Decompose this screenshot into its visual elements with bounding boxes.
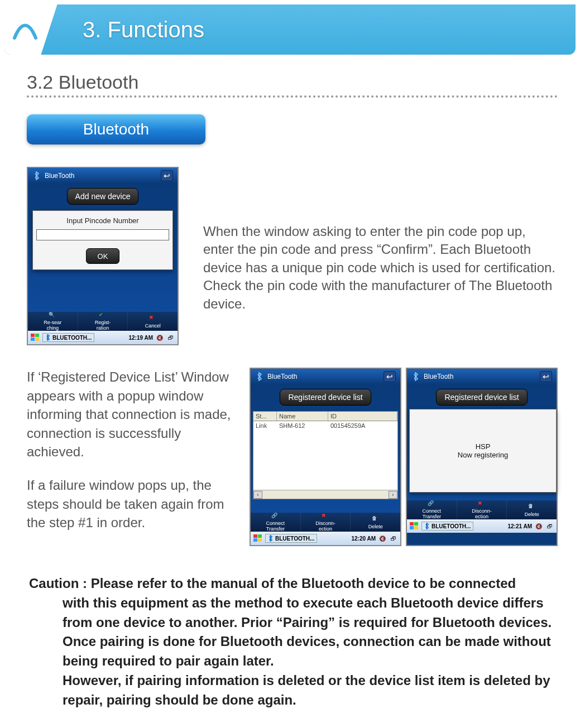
start-icon[interactable]: [253, 534, 263, 543]
svg-rect-9: [414, 522, 418, 525]
tray-icon-1[interactable]: 🔇: [155, 333, 164, 342]
page-header: 3. Functions: [4, 4, 576, 55]
softkey-delete[interactable]: 🗑Delete: [507, 500, 557, 519]
screenshot-pincode: BlueTooth ↩ Add new device Input Pincode…: [27, 167, 179, 345]
window-title: BlueTooth: [267, 373, 297, 380]
svg-rect-7: [258, 538, 262, 542]
svg-rect-6: [253, 538, 257, 542]
bluetooth-badge: Bluetooth: [27, 114, 205, 144]
softkey-register[interactable]: ✔Regist- ration: [78, 312, 128, 331]
softkey-disconnect[interactable]: ✖Disconn- ection: [301, 513, 351, 532]
svg-rect-8: [410, 522, 414, 525]
screenshot-registering: BlueTooth ↩ Registered device list HSP N…: [406, 368, 558, 546]
softkey-disconnect[interactable]: ✖Disconn- ection: [457, 500, 507, 519]
h-scrollbar[interactable]: ‹›: [253, 490, 397, 499]
tray-icon-1[interactable]: 🔇: [534, 522, 543, 531]
taskbar-time: 12:21 AM: [507, 523, 532, 529]
svg-rect-10: [410, 526, 414, 529]
taskbar-time: 12:20 AM: [351, 536, 376, 542]
pincode-popup: Input Pincode Number OK: [32, 210, 173, 270]
pincode-label: Input Pincode Number: [36, 216, 169, 225]
back-button[interactable]: ↩: [161, 170, 173, 181]
softkey-research[interactable]: 🔍Re-sear ching: [28, 312, 78, 331]
taskbar-app[interactable]: BLUETOOTH...: [421, 522, 473, 531]
taskbar-app[interactable]: BLUETOOTH...: [265, 534, 317, 543]
hsp-popup: HSP Now registering: [409, 409, 557, 493]
window-title: BlueTooth: [45, 172, 74, 180]
taskbar-time: 12:19 AM: [128, 335, 153, 341]
caution-paragraph: Caution : Please refer to the manual of …: [27, 574, 558, 710]
bluetooth-icon: [255, 372, 264, 381]
section-title: 3.2 Bluetooth: [27, 71, 558, 93]
bluetooth-icon: [32, 171, 41, 180]
softkey-cancel[interactable]: ✖Cancel: [128, 312, 178, 331]
ok-button[interactable]: OK: [86, 248, 119, 264]
page-title: 3. Functions: [83, 17, 204, 42]
taskbar-app[interactable]: BLUETOOTH...: [42, 333, 94, 342]
registered-list-button[interactable]: Registered device list: [280, 389, 371, 406]
softkey-delete[interactable]: 🗑Delete: [351, 513, 400, 532]
svg-rect-11: [414, 526, 418, 529]
brand-logo: [4, 4, 57, 55]
screenshot-device-list: BlueTooth ↩ Registered device list St...…: [250, 368, 401, 546]
add-new-device-button[interactable]: Add new device: [67, 188, 139, 205]
pincode-input[interactable]: [36, 229, 169, 240]
device-table-header: St... Name ID: [253, 411, 398, 421]
taskbar: BLUETOOTH... 12:19 AM 🔇 🗗: [28, 331, 178, 344]
svg-rect-0: [31, 334, 35, 337]
start-icon[interactable]: [30, 333, 40, 342]
bluetooth-icon: [411, 372, 420, 381]
svg-rect-3: [35, 338, 39, 341]
softkey-connect[interactable]: 🔗Connect Transfer: [407, 500, 457, 519]
tray-icon-2[interactable]: 🗗: [166, 333, 175, 342]
registered-list-button[interactable]: Registered device list: [436, 389, 527, 406]
svg-rect-1: [35, 334, 39, 337]
device-table-body: Link SHM-612 001545259A ‹›: [253, 421, 398, 499]
svg-rect-4: [253, 534, 257, 538]
svg-rect-5: [258, 534, 262, 538]
tray-icon-1[interactable]: 🔇: [378, 534, 387, 543]
divider: [27, 95, 558, 98]
table-row[interactable]: Link SHM-612 001545259A: [253, 421, 397, 430]
paragraph-registered: If ‘Registered Device List’ Window appea…: [27, 368, 232, 532]
svg-rect-2: [31, 338, 35, 341]
start-icon[interactable]: [409, 522, 419, 531]
window-titlebar: BlueTooth ↩: [28, 168, 178, 184]
softkey-connect[interactable]: 🔗Connect Transfer: [251, 513, 301, 532]
back-button[interactable]: ↩: [384, 371, 396, 382]
window-title: BlueTooth: [424, 373, 453, 380]
paragraph-pincode: When the window asking to enter the pin …: [203, 167, 558, 313]
back-button[interactable]: ↩: [540, 371, 552, 382]
tray-icon-2[interactable]: 🗗: [545, 522, 554, 531]
tray-icon-2[interactable]: 🗗: [389, 534, 398, 543]
